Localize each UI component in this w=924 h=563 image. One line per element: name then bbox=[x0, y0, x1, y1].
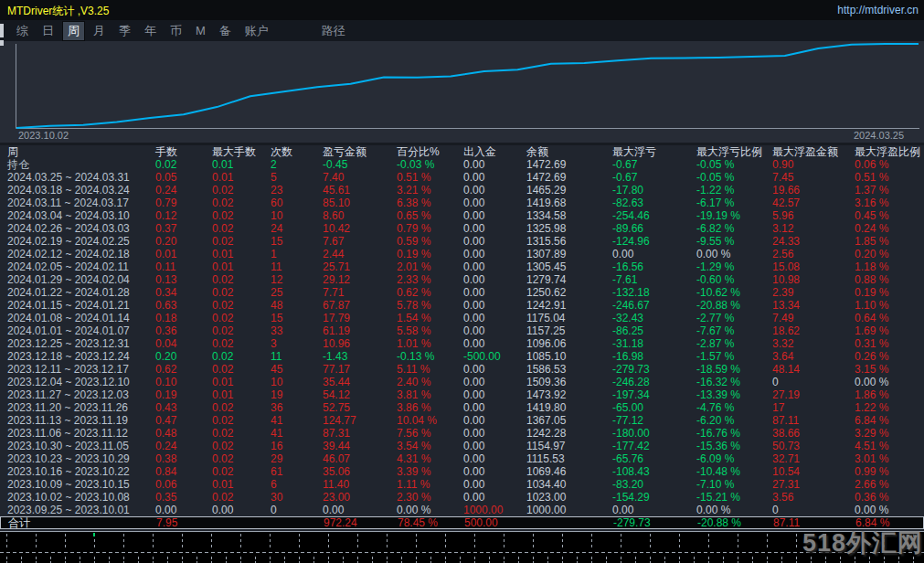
cell: -500.00 bbox=[463, 350, 501, 363]
table-row[interactable]: 2023.10.16 ~ 2023.10.220.840.026135.063.… bbox=[0, 465, 924, 478]
cell: 2.01 % bbox=[397, 260, 430, 273]
menu-item-币[interactable]: 币 bbox=[165, 22, 186, 40]
row-label: 2023.10.30 ~ 2023.11.05 bbox=[7, 440, 129, 452]
table-row[interactable]: 2024.02.19 ~ 2024.02.250.200.02157.670.5… bbox=[0, 235, 924, 248]
table-row[interactable]: 2024.01.08 ~ 2024.01.140.180.021517.791.… bbox=[0, 312, 924, 324]
table-row[interactable]: 2024.03.18 ~ 2024.03.240.240.022345.613.… bbox=[0, 184, 924, 197]
menu-item-path[interactable]: 路径 bbox=[317, 22, 350, 40]
table-row[interactable]: 持仓0.020.012-0.45-0.03 %0.001472.69-0.67-… bbox=[0, 158, 924, 171]
cell: -246.28 bbox=[612, 376, 650, 388]
app-window: MTDriver统计 ,V3.25 http://mtdriver.cn 综日周… bbox=[0, 0, 924, 563]
cell: 0.02 bbox=[212, 427, 233, 440]
table-row[interactable]: 2023.10.30 ~ 2023.11.050.240.021639.443.… bbox=[0, 440, 924, 452]
cell: -197.34 bbox=[612, 388, 650, 401]
cell: 0.37 bbox=[155, 222, 176, 235]
cell: 0.12 bbox=[155, 209, 176, 222]
menu-item-备[interactable]: 备 bbox=[215, 22, 236, 40]
cell: 41 bbox=[271, 414, 282, 427]
cell: -0.03 % bbox=[397, 158, 434, 171]
cell: 48.14 bbox=[772, 363, 800, 376]
table-row[interactable]: 2024.01.29 ~ 2024.02.040.130.021229.122.… bbox=[0, 273, 924, 286]
table-row[interactable]: 2024.02.26 ~ 2024.03.030.370.022410.420.… bbox=[0, 222, 924, 235]
row-label: 2023.11.13 ~ 2023.11.19 bbox=[7, 414, 128, 427]
cell: 61.19 bbox=[323, 324, 350, 337]
table-row[interactable]: 2023.10.09 ~ 2023.10.150.060.01611.401.1… bbox=[0, 478, 924, 491]
cell: 1315.56 bbox=[526, 235, 566, 248]
menu-item-周[interactable]: 周 bbox=[63, 22, 84, 40]
menu-item-月[interactable]: 月 bbox=[89, 22, 110, 40]
cell: 0 bbox=[271, 504, 277, 516]
cell: 1472.69 bbox=[526, 158, 566, 171]
cell: 0.99 % bbox=[855, 465, 888, 478]
cell: 0.00 % bbox=[855, 504, 888, 516]
cell: 10.54 bbox=[772, 465, 800, 478]
cell: 1.18 % bbox=[855, 260, 888, 273]
cell: 41 bbox=[271, 427, 282, 440]
cell: -0.05 % bbox=[696, 171, 734, 184]
equity-curve-chart: 2023.10.02 2024.03.25 bbox=[0, 41, 924, 143]
column-header: 最大浮盈金额 bbox=[772, 145, 838, 158]
table-row[interactable]: 2023.11.06 ~ 2023.11.120.480.024187.317.… bbox=[0, 427, 924, 440]
cell: 1334.58 bbox=[526, 209, 566, 222]
cell: -86.25 bbox=[612, 324, 643, 337]
table-row[interactable]: 2024.01.01 ~ 2024.01.070.360.023361.195.… bbox=[0, 324, 924, 337]
row-label: 2023.12.11 ~ 2023.12.17 bbox=[7, 363, 129, 376]
table-row[interactable]: 2023.12.04 ~ 2023.12.100.100.011035.442.… bbox=[0, 376, 924, 388]
vendor-url-link[interactable]: http://mtdriver.cn bbox=[837, 4, 919, 16]
column-header: 手数 bbox=[155, 145, 177, 158]
cell: 0 bbox=[772, 504, 779, 516]
menu-item-综[interactable]: 综 bbox=[12, 22, 33, 40]
cell: -0.67 bbox=[612, 171, 637, 184]
cell: -83.20 bbox=[612, 478, 643, 491]
table-row[interactable]: 2024.02.05 ~ 2024.02.110.110.011125.712.… bbox=[0, 260, 924, 273]
cell: 0.05 bbox=[155, 171, 176, 184]
table-row[interactable]: 2023.12.11 ~ 2023.12.170.620.024577.175.… bbox=[0, 363, 924, 376]
cell: -16.32 % bbox=[696, 376, 740, 388]
cell: 0.06 bbox=[155, 478, 176, 491]
table-row[interactable]: 2024.01.15 ~ 2024.01.210.630.024867.875.… bbox=[0, 299, 924, 312]
cell: 1.10 % bbox=[855, 299, 888, 312]
cell: 3.39 % bbox=[397, 465, 430, 478]
table-row[interactable]: 2023.12.25 ~ 2023.12.310.040.02310.961.0… bbox=[0, 337, 924, 350]
menu-item-季[interactable]: 季 bbox=[114, 22, 135, 40]
cell: 0.00 % bbox=[855, 376, 888, 388]
cell: 0.02 bbox=[212, 491, 233, 504]
row-label: 2024.01.22 ~ 2024.01.28 bbox=[7, 286, 130, 299]
row-label: 2024.03.25 ~ 2024.03.31 bbox=[7, 171, 130, 184]
menu-item-M[interactable]: M bbox=[191, 23, 210, 38]
cell: -7.10 % bbox=[696, 478, 734, 491]
cell: 3.64 bbox=[772, 350, 793, 363]
table-row[interactable]: 2023.10.02 ~ 2023.10.080.350.023023.002.… bbox=[0, 491, 924, 504]
cell: 0.00 bbox=[463, 465, 484, 478]
cell: 12 bbox=[271, 273, 282, 286]
row-label: 2024.03.11 ~ 2024.03.17 bbox=[7, 197, 129, 209]
table-row[interactable]: 2024.03.04 ~ 2024.03.100.120.02108.600.6… bbox=[0, 209, 924, 222]
table-row[interactable]: 2024.02.12 ~ 2024.02.180.010.0112.440.19… bbox=[0, 248, 924, 260]
table-row[interactable]: 2024.03.11 ~ 2024.03.170.790.026085.106.… bbox=[0, 197, 924, 209]
cell: 35.06 bbox=[323, 465, 350, 478]
table-row[interactable]: 2023.12.18 ~ 2023.12.240.200.0211-1.43-0… bbox=[0, 350, 924, 363]
cell: 35.44 bbox=[323, 376, 350, 388]
menu-item-日[interactable]: 日 bbox=[37, 22, 58, 40]
table-row[interactable]: 2023.11.13 ~ 2023.11.190.470.0241124.771… bbox=[0, 414, 924, 427]
cell: 8.60 bbox=[323, 209, 344, 222]
cell: 0.00 bbox=[463, 427, 484, 440]
cell: -16.76 % bbox=[696, 427, 740, 440]
menu-item-年[interactable]: 年 bbox=[140, 22, 161, 40]
table-row[interactable]: 2024.03.25 ~ 2024.03.310.050.0157.400.51… bbox=[0, 171, 924, 184]
table-row[interactable]: 2023.10.23 ~ 2023.10.290.380.022946.074.… bbox=[0, 452, 924, 465]
cell: 0.00 bbox=[463, 376, 484, 388]
cell: 4.31 % bbox=[397, 452, 430, 465]
menu-item-账户[interactable]: 账户 bbox=[240, 22, 273, 40]
table-row[interactable]: 2023.09.25 ~ 2023.10.010.000.0000.000.00… bbox=[0, 504, 924, 516]
cell: -31.18 bbox=[612, 337, 643, 350]
cell: 24.33 bbox=[772, 235, 800, 248]
cell: 1305.45 bbox=[526, 260, 566, 273]
cell: 0.00 bbox=[463, 414, 484, 427]
cell: -9.55 % bbox=[696, 235, 734, 248]
table-row[interactable]: 2024.01.22 ~ 2024.01.280.340.02257.710.6… bbox=[0, 286, 924, 299]
table-row[interactable]: 2023.11.20 ~ 2023.11.260.430.023652.753.… bbox=[0, 401, 924, 414]
cell: 0.00 % bbox=[696, 504, 730, 516]
table-row[interactable]: 2023.11.27 ~ 2023.12.030.190.011954.123.… bbox=[0, 388, 924, 401]
cell: 7.49 bbox=[772, 312, 793, 324]
